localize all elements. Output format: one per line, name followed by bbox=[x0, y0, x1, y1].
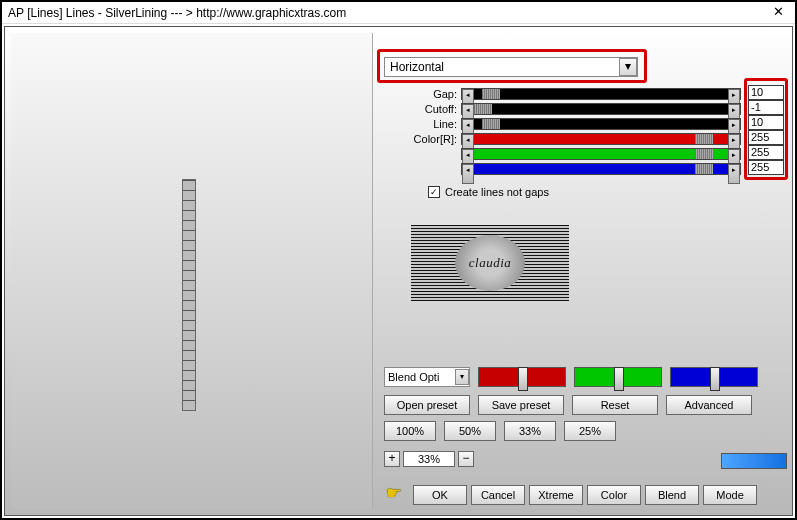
color-swatch[interactable] bbox=[721, 453, 787, 469]
green-blend-slider[interactable] bbox=[574, 367, 662, 387]
color-b-slider[interactable]: ◂ ▸ bbox=[461, 163, 741, 175]
preview-lines-render bbox=[182, 179, 196, 411]
line-label: Line: bbox=[373, 118, 461, 130]
close-button[interactable]: ✕ bbox=[761, 2, 795, 24]
color-r-slider[interactable]: ◂ ▸ bbox=[461, 133, 741, 145]
orientation-dropdown[interactable]: Horizontal ▾ bbox=[384, 57, 638, 77]
color-button[interactable]: Color bbox=[587, 485, 641, 505]
window-title: AP [Lines] Lines - SilverLining --- > ht… bbox=[8, 6, 761, 20]
blue-blend-slider[interactable] bbox=[670, 367, 758, 387]
cutoff-value[interactable]: -1 bbox=[748, 100, 784, 115]
zoom-33-button[interactable]: 33% bbox=[504, 421, 556, 441]
preview-panel bbox=[11, 33, 373, 509]
mode-button[interactable]: Mode bbox=[703, 485, 757, 505]
color-r-label: Color[R]: bbox=[373, 133, 461, 145]
color-g-slider[interactable]: ◂ ▸ bbox=[461, 148, 741, 160]
cutoff-slider[interactable]: ◂ ▸ bbox=[461, 103, 741, 115]
zoom-out-button[interactable]: − bbox=[458, 451, 474, 467]
blend-options-dropdown[interactable]: Blend Opti ▾ bbox=[384, 367, 470, 387]
color-g-value[interactable]: 255 bbox=[748, 145, 784, 160]
claudia-logo: claudia bbox=[411, 225, 569, 301]
create-lines-label: Create lines not gaps bbox=[445, 186, 549, 198]
finger-pointer-icon: ☛ bbox=[386, 482, 402, 504]
line-value[interactable]: 10 bbox=[748, 115, 784, 130]
zoom-in-button[interactable]: + bbox=[384, 451, 400, 467]
cancel-button[interactable]: Cancel bbox=[471, 485, 525, 505]
reset-button[interactable]: Reset bbox=[572, 395, 658, 415]
cutoff-label: Cutoff: bbox=[373, 103, 461, 115]
gap-label: Gap: bbox=[373, 88, 461, 100]
zoom-value[interactable]: 33% bbox=[403, 451, 455, 467]
blend-button[interactable]: Blend bbox=[645, 485, 699, 505]
ok-button[interactable]: OK bbox=[413, 485, 467, 505]
gap-value[interactable]: 10 bbox=[748, 85, 784, 100]
gap-slider[interactable]: ◂ ▸ bbox=[461, 88, 741, 100]
orientation-dropdown-value: Horizontal bbox=[390, 60, 444, 74]
red-blend-slider[interactable] bbox=[478, 367, 566, 387]
color-r-value[interactable]: 255 bbox=[748, 130, 784, 145]
zoom-50-button[interactable]: 50% bbox=[444, 421, 496, 441]
zoom-25-button[interactable]: 25% bbox=[564, 421, 616, 441]
create-lines-checkbox[interactable]: ✓ bbox=[428, 186, 440, 198]
line-slider[interactable]: ◂ ▸ bbox=[461, 118, 741, 130]
open-preset-button[interactable]: Open preset bbox=[384, 395, 470, 415]
zoom-100-button[interactable]: 100% bbox=[384, 421, 436, 441]
chevron-down-icon: ▾ bbox=[455, 369, 469, 385]
xtreme-button[interactable]: Xtreme bbox=[529, 485, 583, 505]
chevron-down-icon: ▾ bbox=[619, 58, 637, 76]
color-b-value[interactable]: 255 bbox=[748, 160, 784, 175]
advanced-button[interactable]: Advanced bbox=[666, 395, 752, 415]
save-preset-button[interactable]: Save preset bbox=[478, 395, 564, 415]
